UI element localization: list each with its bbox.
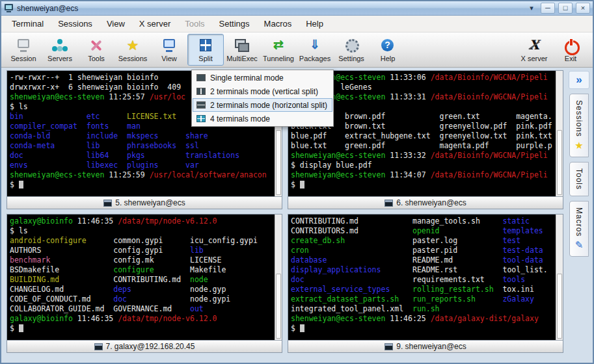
terminal-text-segment: node.gyp [190, 285, 226, 294]
scrollbar-thumb[interactable] [276, 130, 281, 195]
star-icon: ★ [574, 140, 583, 151]
app-icon [4, 4, 14, 12]
terminal-line: galaxy@bioinfo 11:46:35 /data/tmp/node-v… [10, 314, 275, 324]
toolbar-button-label: Exit [565, 55, 576, 62]
menu-settings[interactable]: Settings [213, 17, 256, 31]
titlebar-menu-icon[interactable]: ▾ [526, 3, 537, 14]
terminal-text-segment [381, 265, 412, 274]
sidebar-tab-tools[interactable]: Tools [569, 162, 589, 196]
menu-sessions[interactable]: Sessions [51, 17, 99, 31]
sidebar-tab-label: Sessions [574, 100, 584, 137]
terminal-cursor [19, 181, 23, 188]
terminal-text-segment [154, 265, 190, 274]
toolbar-button-servers[interactable]: Servers [42, 34, 78, 66]
terminal-text-segment: galaxy@bioinfo [10, 314, 73, 323]
terminal-scrollbar[interactable] [556, 214, 563, 340]
toolbar-button-packages[interactable]: ⇓Packages [297, 34, 333, 66]
close-button[interactable]: × [576, 3, 590, 14]
terminal-text-segment: /data/Bioinfo/WGCNA/Pipeli [431, 170, 548, 179]
terminal-text-segment: /usr/loc [150, 92, 185, 101]
toolbar-button-label: Packages [299, 55, 331, 62]
menu-item-2-terminals-mode-horizontal-split-[interactable]: 2 terminals mode (horizontal split) [193, 98, 332, 112]
terminal-screen[interactable]: CONTRIBUTING.md manage_tools.sh staticCO… [288, 214, 556, 340]
terminal-screen[interactable]: galaxy@bioinfo 11:46:35 /data/tmp/node-v… [7, 214, 275, 340]
sidebar-tab-sessions[interactable]: Sessions★ [569, 94, 589, 157]
terminal-text-segment [127, 294, 190, 304]
toolbar-button-label: MultiExec [226, 55, 258, 62]
terminal-text-segment: fonts [87, 122, 109, 131]
scrollbar-thumb[interactable] [557, 130, 562, 195]
terminal-text-segment: static [502, 216, 530, 226]
minimize-button[interactable]: ─ [541, 3, 555, 14]
toolbar-button-label: Servers [47, 55, 72, 62]
terminal-line: $ ls [10, 226, 275, 236]
terminal-text-segment [50, 255, 113, 265]
sidebar-expand-button[interactable]: » [569, 71, 589, 89]
terminal-caption[interactable]: 7. galaxy@192.168.20.45 [7, 340, 282, 352]
terminal-text-segment: 11:46:35 [73, 314, 118, 323]
terminal-text-segment: common.gypi [113, 236, 163, 245]
menu-item-2-terminals-mode-vertical-split-[interactable]: 2 terminals mode (vertical split) [193, 84, 332, 98]
title-bar[interactable]: shenweiyan@ecs ▾ ─ □ × [1, 1, 593, 16]
toolbar-button-multiexec[interactable]: MultiExec [224, 34, 260, 66]
terminal-text-segment: blue.txt green.pdf magenta.pdf purple.p [291, 141, 552, 150]
terminal-text-segment [91, 294, 114, 304]
terminal-text-segment: share [185, 131, 208, 140]
menu-x-server[interactable]: X server [133, 17, 177, 31]
settings-icon [343, 38, 360, 53]
maximize-button[interactable]: □ [558, 3, 573, 14]
terminal-caption[interactable]: 5. shenweiyan@ecs [7, 196, 282, 209]
toolbar-button-help[interactable]: Help [370, 34, 406, 66]
toolbar-button-x-server[interactable]: XX server [516, 34, 552, 66]
help-icon [379, 38, 396, 53]
toolbar-button-exit[interactable]: Exit [552, 34, 589, 66]
terminal-text-segment [28, 161, 87, 170]
terminal-text-segment: blue.pdf extract_hubgene.txt greenyellow… [291, 131, 552, 140]
terminal-line: CONTRIBUTING.md manage_tools.sh static [291, 216, 556, 226]
toolbar-button-tools[interactable]: Tools [78, 34, 115, 66]
toolbar-button-view[interactable]: View [151, 34, 187, 66]
toolbar-button-session[interactable]: Session [5, 34, 42, 66]
terminal-text-segment: rolling_restart.sh [412, 285, 494, 294]
terminal-icon [385, 343, 393, 350]
sidebar-tab-macros[interactable]: Macros✎ [569, 201, 589, 257]
terminal-caption[interactable]: 9. shenweiyan@ecs [288, 340, 563, 352]
exit-icon [562, 38, 579, 53]
terminal-text-segment: deps [113, 285, 131, 294]
menu-help[interactable]: Help [299, 17, 330, 31]
toolbar-button-tunneling[interactable]: ⇄Tunneling [260, 34, 297, 66]
scrollbar-thumb[interactable] [276, 274, 281, 339]
terminal-text-segment: display_applications [291, 265, 381, 274]
terminal-text-segment [118, 161, 127, 170]
terminal-text-segment: ssl [185, 141, 199, 150]
terminal-text-segment [100, 112, 128, 121]
terminal-scrollbar[interactable] [275, 214, 282, 340]
terminal-text-segment: /data/Bioinfo/WGCNA/Pipeli [431, 151, 548, 160]
terminal-text-segment: paster.pid [412, 246, 457, 255]
terminal-scrollbar[interactable] [556, 71, 563, 196]
menu-item-4-terminals-mode[interactable]: 4 terminals mode [193, 112, 332, 125]
terminal-line: create_db.sh paster.log test [291, 236, 556, 246]
menu-view[interactable]: View [100, 17, 131, 31]
menu-terminal[interactable]: Terminal [5, 17, 50, 31]
terminal-text-segment: test-data [502, 246, 543, 255]
terminal-text-segment [327, 255, 412, 265]
terminal-line: $ [10, 180, 275, 190]
scrollbar-thumb[interactable] [557, 274, 562, 339]
menu-macros[interactable]: Macros [258, 17, 299, 31]
terminal-text-segment [304, 275, 412, 284]
terminal-text-segment [59, 275, 113, 284]
menu-item-single-terminal-mode[interactable]: Single terminal mode [193, 71, 332, 84]
tools-icon [88, 38, 105, 53]
toolbar-button-sessions[interactable]: ★Sessions [115, 34, 151, 66]
terminal-text-segment: icu_config.gypi [190, 236, 258, 245]
menu-tools[interactable]: Tools [178, 17, 211, 31]
terminal-caption[interactable]: 6. shenweiyan@ecs [288, 196, 563, 209]
toolbar-button-settings[interactable]: Settings [333, 34, 370, 66]
view-icon [161, 38, 178, 53]
terminal-row: CONTRIBUTING.md manage_tools.sh staticCO… [288, 214, 563, 340]
main-area: -rw-rwxr--+ 1 shenweiyan bioinfodrwxrwxr… [1, 68, 593, 363]
terminal-text-segment: /data/Bioinfo/WGCNA/Pipeli [431, 73, 548, 82]
terminal-text-segment: shenweiyan@ecs-steven [291, 151, 385, 160]
toolbar-button-split[interactable]: Split [187, 34, 224, 66]
